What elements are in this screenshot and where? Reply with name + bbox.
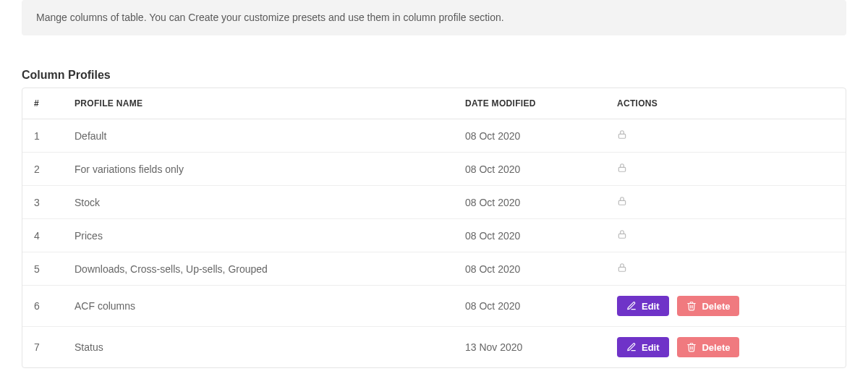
svg-rect-4 xyxy=(618,267,625,271)
col-header-date: DATE MODIFIED xyxy=(456,88,608,119)
edit-button-label: Edit xyxy=(642,343,660,352)
lock-icon xyxy=(617,263,627,275)
svg-rect-2 xyxy=(618,200,625,205)
svg-rect-1 xyxy=(618,167,625,171)
info-bar: Mange columns of table. You can Create y… xyxy=(22,0,846,35)
row-index: 7 xyxy=(22,326,66,367)
row-date: 08 Oct 2020 xyxy=(456,119,608,152)
delete-button[interactable]: Delete xyxy=(677,296,739,316)
pencil-icon xyxy=(626,342,637,352)
row-date: 08 Oct 2020 xyxy=(456,152,608,185)
pencil-icon xyxy=(626,301,637,311)
row-actions: Edit Delete xyxy=(608,326,846,367)
svg-rect-0 xyxy=(618,134,625,138)
row-name: For variations fields only xyxy=(66,152,456,185)
col-header-index: # xyxy=(22,88,66,119)
delete-button-label: Delete xyxy=(702,343,730,352)
table-row: 1Default08 Oct 2020 xyxy=(22,119,846,152)
lock-icon xyxy=(617,196,627,208)
col-header-actions: ACTIONS xyxy=(608,88,846,119)
delete-button[interactable]: Delete xyxy=(677,337,739,357)
row-date: 08 Oct 2020 xyxy=(456,252,608,285)
edit-button[interactable]: Edit xyxy=(617,337,669,357)
delete-button-label: Delete xyxy=(702,302,730,311)
row-index: 2 xyxy=(22,152,66,185)
row-index: 6 xyxy=(22,285,66,326)
trash-icon xyxy=(686,342,697,352)
row-index: 3 xyxy=(22,185,66,218)
row-date: 13 Nov 2020 xyxy=(456,326,608,367)
row-name: ACF columns xyxy=(66,285,456,326)
lock-icon xyxy=(617,129,627,142)
edit-button[interactable]: Edit xyxy=(617,296,669,316)
row-actions xyxy=(608,185,846,218)
lock-icon xyxy=(617,229,627,242)
table-row: 7Status13 Nov 2020 Edit Delete xyxy=(22,326,846,367)
row-index: 4 xyxy=(22,218,66,252)
table-row: 4Prices08 Oct 2020 xyxy=(22,218,846,252)
row-name: Prices xyxy=(66,218,456,252)
table-row: 3Stock08 Oct 2020 xyxy=(22,185,846,218)
info-text: Mange columns of table. You can Create y… xyxy=(36,12,504,23)
edit-button-label: Edit xyxy=(642,302,660,311)
row-actions xyxy=(608,218,846,252)
row-date: 08 Oct 2020 xyxy=(456,218,608,252)
section-title: Column Profiles xyxy=(22,69,846,82)
lock-icon xyxy=(617,163,627,175)
row-name: Status xyxy=(66,326,456,367)
row-name: Downloads, Cross-sells, Up-sells, Groupe… xyxy=(66,252,456,285)
trash-icon xyxy=(686,301,697,311)
row-index: 5 xyxy=(22,252,66,285)
row-date: 08 Oct 2020 xyxy=(456,285,608,326)
row-index: 1 xyxy=(22,119,66,152)
table-row: 5Downloads, Cross-sells, Up-sells, Group… xyxy=(22,252,846,285)
row-name: Default xyxy=(66,119,456,152)
row-actions: Edit Delete xyxy=(608,285,846,326)
svg-rect-3 xyxy=(618,234,625,238)
col-header-name: PROFILE NAME xyxy=(66,88,456,119)
row-actions xyxy=(608,152,846,185)
row-actions xyxy=(608,252,846,285)
table-row: 6ACF columns08 Oct 2020 Edit Delete xyxy=(22,285,846,326)
row-name: Stock xyxy=(66,185,456,218)
profiles-table: # PROFILE NAME DATE MODIFIED ACTIONS 1De… xyxy=(22,88,846,368)
row-actions xyxy=(608,119,846,152)
row-date: 08 Oct 2020 xyxy=(456,185,608,218)
table-row: 2For variations fields only08 Oct 2020 xyxy=(22,152,846,185)
